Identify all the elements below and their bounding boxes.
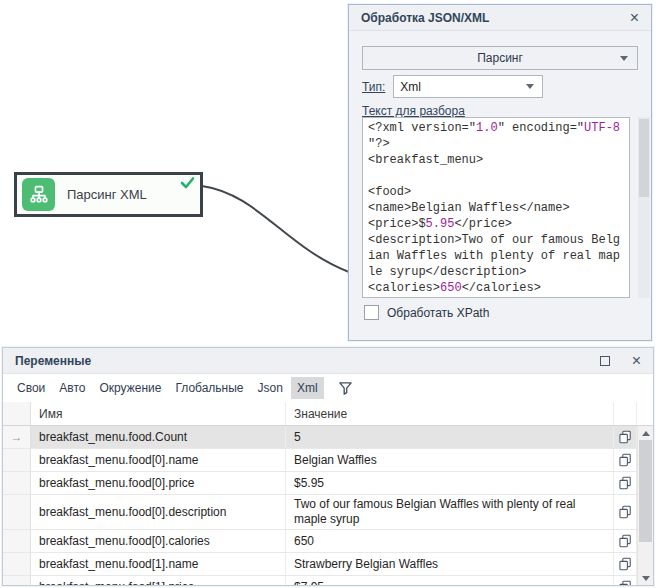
tab-свои[interactable]: Свои [11,377,51,399]
properties-panel-title: Обработка JSON/XML [361,11,630,25]
action-dropdown-value: Парсинг [477,51,523,65]
variable-name: breakfast_menu.food[1].price [31,576,286,585]
variables-panel-title: Переменные [15,354,600,368]
xml-code-line: <calories>650</calories> [368,280,629,296]
close-icon[interactable]: × [632,353,641,369]
action-dropdown[interactable]: Парсинг [362,46,638,70]
xml-code-line: <food> [368,184,629,200]
tab-глобальные[interactable]: Глобальные [169,377,249,399]
variable-value: Strawberry Belgian Waffles [286,553,614,575]
tab-окружение[interactable]: Окружение [93,377,167,399]
success-check-icon [180,176,195,194]
tab-json[interactable]: Json [252,377,289,399]
variable-name: breakfast_menu.food.Count [31,426,286,448]
table-scrollbar-thumb[interactable] [639,440,652,542]
tab-xml[interactable]: Xml [291,377,324,399]
scroll-down-icon[interactable] [638,571,653,585]
type-dropdown[interactable]: Xml [393,75,543,98]
copy-icon[interactable] [614,530,637,552]
properties-body: Парсинг Тип: Xml Текст для разбора <?xml… [349,31,651,341]
type-label: Тип: [362,80,385,94]
chevron-down-icon [526,84,534,89]
xml-code-line: "?> [368,136,629,152]
xml-code-line: <breakfast_menu> [368,152,629,168]
column-header-value[interactable]: Значение [286,402,614,425]
textarea-scrollbar[interactable] [638,117,650,298]
xml-code-line: <description>Two of our famous Belg [368,232,629,248]
header-gutter [3,402,31,425]
properties-titlebar: Обработка JSON/XML × [349,5,651,31]
variables-panel: Переменные × СвоиАвтоОкружениеГлобальные… [2,347,654,586]
variable-value: 5 [286,426,614,448]
parse-text-link[interactable]: Текст для разбора [362,104,465,118]
row-gutter [3,472,31,494]
table-row[interactable]: breakfast_menu.food[0].calories 650 [3,530,653,553]
xml-code-line: le syrup</description> [368,264,629,280]
node-label: Парсинг XML [67,187,147,202]
row-gutter [3,530,31,552]
variable-name: breakfast_menu.food[0].name [31,449,286,471]
xpath-option-row: Обработать XPath [364,305,489,320]
workflow-node-parsing-xml[interactable]: Парсинг XML [14,172,203,217]
type-dropdown-value: Xml [400,80,421,94]
sitemap-icon [22,178,55,211]
table-header: Имя Значение [3,402,653,426]
xml-source-textarea[interactable]: <?xml version="1.0" encoding="UTF-8"?><b… [362,117,630,298]
variable-name: breakfast_menu.food[0].description [31,495,286,529]
variable-value: 650 [286,530,614,552]
xml-code-line: <name>Belgian Waffles</name> [368,200,629,216]
tab-авто[interactable]: Авто [53,377,91,399]
copy-icon[interactable] [614,449,637,471]
variables-tabs: СвоиАвтоОкружениеГлобальныеJsonXml [3,374,653,402]
table-row[interactable]: → breakfast_menu.food.Count 5 [3,426,653,449]
header-copy-col [614,402,637,425]
header-scroll-col [637,402,653,425]
xml-code-line [368,168,629,184]
row-gutter [3,576,31,585]
xml-code-line: </food> [368,296,629,298]
table-row[interactable]: breakfast_menu.food[0].price $5.95 [3,472,653,495]
variable-name: breakfast_menu.food[1].name [31,553,286,575]
table-row[interactable]: breakfast_menu.food[0].name Belgian Waff… [3,449,653,472]
table-row[interactable]: breakfast_menu.food[0].description Two o… [3,495,653,530]
variable-name: breakfast_menu.food[0].price [31,472,286,494]
variable-value: $7.95 [286,576,614,585]
copy-icon[interactable] [614,495,637,529]
xpath-checkbox[interactable] [364,305,379,320]
table-row[interactable]: breakfast_menu.food[1].name Strawberry B… [3,553,653,576]
maximize-icon[interactable] [600,356,610,366]
row-gutter [3,449,31,471]
variable-name: breakfast_menu.food[0].calories [31,530,286,552]
row-gutter [3,553,31,575]
xml-code-line: ian Waffles with plenty of real map [368,248,629,264]
table-rows-area: → breakfast_menu.food.Count 5 breakfast_… [3,426,653,585]
copy-icon[interactable] [614,472,637,494]
copy-icon[interactable] [614,553,637,575]
close-icon[interactable]: × [630,10,639,26]
chevron-down-icon [620,56,628,61]
copy-icon[interactable] [614,426,637,448]
column-header-name[interactable]: Имя [31,402,286,425]
scroll-up-icon[interactable] [638,426,653,440]
filter-icon[interactable] [338,381,353,396]
variable-value: Two of our famous Belgian Waffles with p… [286,495,614,529]
variable-value: Belgian Waffles [286,449,614,471]
row-gutter [3,495,31,529]
variable-value: $5.95 [286,472,614,494]
type-row: Тип: Xml [362,75,543,98]
properties-panel: Обработка JSON/XML × Парсинг Тип: Xml Те… [348,4,652,341]
xml-code-line: <?xml version="1.0" encoding="UTF-8 [368,120,629,136]
table-scrollbar[interactable] [637,426,653,585]
variables-titlebar: Переменные × [3,348,653,374]
copy-icon[interactable] [614,576,637,585]
textarea-scrollbar-thumb[interactable] [639,119,649,197]
xpath-checkbox-label: Обработать XPath [387,306,489,320]
table-row[interactable]: breakfast_menu.food[1].price $7.95 [3,576,653,585]
row-gutter: → [3,426,31,448]
xml-code-line: <price>$5.95</price> [368,216,629,232]
